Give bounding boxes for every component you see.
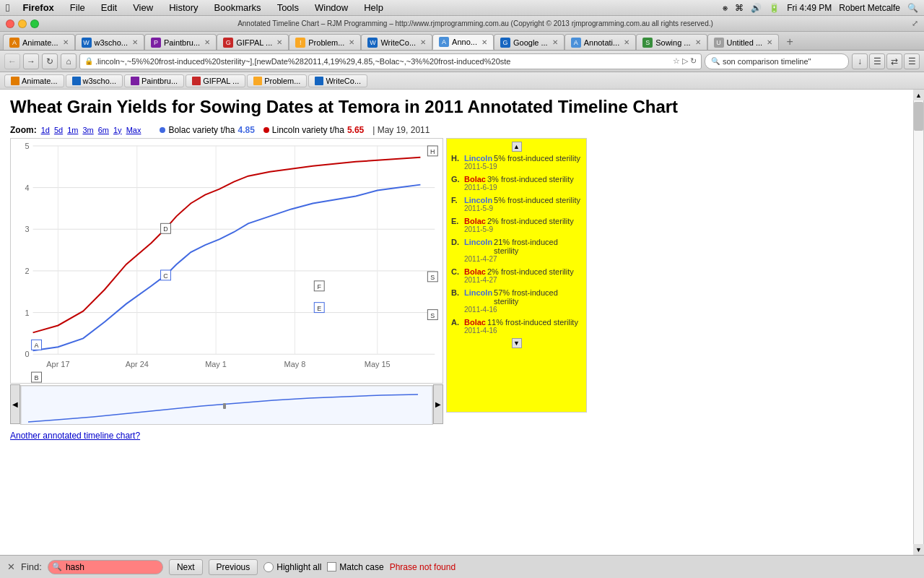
tab-sowing[interactable]: S Sowing ... ✕	[636, 34, 707, 50]
tab-writeco[interactable]: W WriteCo... ✕	[361, 34, 432, 50]
tab-annotati[interactable]: A Annotati... ✕	[565, 34, 637, 50]
bookmark-paintbru[interactable]: Paintbru...	[124, 74, 184, 87]
forward-button[interactable]: →	[23, 53, 39, 69]
menu-file[interactable]: File	[67, 2, 88, 13]
bookmark-animate[interactable]: Animate...	[4, 74, 64, 87]
svg-text:D: D	[163, 225, 168, 233]
tab-close-annotati[interactable]: ✕	[624, 38, 629, 46]
ann-date-b: 2011-4-16	[464, 306, 582, 314]
wifi-icon: ⌘	[735, 3, 744, 13]
zoom-button[interactable]: ⤢	[912, 19, 918, 28]
ann-date-g: 2011-6-19	[464, 184, 582, 191]
search-bar[interactable]: 🔍 son comparison timeline"	[705, 53, 849, 69]
menu-history[interactable]: History	[166, 2, 201, 13]
svg-text:E: E	[317, 304, 321, 311]
mini-chart-right-btn[interactable]: ▶	[433, 384, 443, 424]
zoom-5d[interactable]: 5d	[54, 126, 63, 134]
menu-view[interactable]: View	[130, 2, 156, 13]
volume-icon: 🔊	[751, 3, 762, 13]
zoom-3m[interactable]: 3m	[82, 126, 93, 134]
bookmarks-sidebar-button[interactable]: ☰	[869, 53, 885, 69]
tab-w3s[interactable]: W w3scho... ✕	[75, 34, 144, 50]
settings-button[interactable]: ☰	[904, 53, 920, 69]
scrollbar-track[interactable]	[914, 100, 923, 544]
tab-close-anno[interactable]: ✕	[481, 38, 487, 46]
tab-close-gifpal[interactable]: ✕	[276, 38, 282, 46]
menu-bookmarks[interactable]: Bookmarks	[212, 2, 264, 13]
bookmark-gifpal[interactable]: GIFPAL ...	[186, 74, 245, 87]
downloads-button[interactable]: ↓	[852, 53, 868, 69]
find-input[interactable]	[48, 560, 163, 574]
reload-button[interactable]: ↻	[42, 53, 58, 69]
zoom-1y[interactable]: 1y	[113, 126, 122, 134]
tab-favicon-untitled: U	[714, 38, 724, 48]
back-button[interactable]: ←	[4, 53, 20, 69]
zoom-max[interactable]: Max	[126, 126, 141, 134]
tab-close-google[interactable]: ✕	[552, 38, 558, 46]
scrollbar-down-btn[interactable]: ▼	[913, 544, 924, 555]
menu-window[interactable]: Window	[312, 2, 351, 13]
annotation-item-f: F. Lincoln 5% frost-induced sterility 20…	[451, 195, 582, 213]
ann-variety-e: Bolac	[464, 217, 486, 225]
tab-close-writeco[interactable]: ✕	[420, 38, 426, 46]
find-previous-button[interactable]: Previous	[209, 559, 258, 575]
svg-text:S: S	[430, 311, 435, 319]
main-chart[interactable]: 0 1 2 3 4 5 Apr 17 Apr 24 May 1 May 8 Ma…	[10, 138, 443, 384]
refresh-addr-icon[interactable]: ↻	[690, 56, 697, 66]
tab-paintbru[interactable]: P Paintbru... ✕	[144, 34, 217, 50]
match-case-checkbox[interactable]	[327, 562, 336, 571]
bookmark-writeco[interactable]: WriteCo...	[308, 74, 367, 87]
address-bar[interactable]: 🔒 .lincoln~,~5%%20frost-induced%20steril…	[79, 53, 702, 69]
tab-problem[interactable]: ! Problem... ✕	[289, 34, 361, 50]
mini-chart-left-btn[interactable]: ◀	[10, 384, 20, 424]
close-button[interactable]	[6, 20, 14, 28]
tab-google[interactable]: G Google ... ✕	[494, 34, 565, 50]
bookmark-w3s[interactable]: w3scho...	[66, 74, 123, 87]
search-menubar-icon[interactable]: 🔍	[907, 3, 918, 13]
tab-anno[interactable]: A Anno... ✕	[432, 34, 494, 50]
tab-close-problem[interactable]: ✕	[349, 38, 354, 46]
mini-chart[interactable]	[20, 385, 433, 425]
menu-tools[interactable]: Tools	[274, 2, 302, 13]
tab-close-untitled[interactable]: ✕	[767, 38, 772, 46]
tab-untitled[interactable]: U Untitled ... ✕	[707, 34, 780, 50]
svg-text:May 1: May 1	[205, 360, 227, 368]
bookmark-problem[interactable]: Problem...	[247, 74, 307, 87]
rss-icon[interactable]: ▷	[682, 56, 688, 66]
zoom-1m[interactable]: 1m	[67, 126, 78, 134]
tab-close-sowing[interactable]: ✕	[695, 38, 701, 46]
ann-label-f: F.	[451, 196, 463, 204]
tab-gifpal[interactable]: G GIFPAL ... ✕	[217, 34, 289, 50]
menu-edit[interactable]: Edit	[98, 2, 120, 13]
highlight-all-checkbox[interactable]	[263, 562, 274, 572]
scrollbar-thumb[interactable]	[914, 102, 923, 131]
tab-close-w3s[interactable]: ✕	[132, 38, 138, 46]
right-scrollbar[interactable]: ▲ ▼	[913, 90, 924, 555]
menu-help[interactable]: Help	[361, 2, 386, 13]
minimize-button[interactable]	[18, 20, 27, 28]
annotation-scroll-down[interactable]: ▼	[512, 338, 522, 348]
zoom-1d[interactable]: 1d	[41, 126, 50, 134]
new-tab-button[interactable]: +	[782, 34, 798, 50]
home-button[interactable]: ⌂	[61, 53, 77, 69]
find-bar: ✕ Find: 🔍 Next Previous Highlight all Ma…	[0, 555, 924, 578]
tab-favicon-writeco: W	[367, 38, 378, 48]
tab-label-writeco: WriteCo...	[380, 38, 416, 47]
tab-close-paintbru[interactable]: ✕	[204, 38, 210, 46]
find-close-button[interactable]: ✕	[7, 561, 15, 572]
zoom-6m[interactable]: 6m	[98, 126, 109, 134]
maximize-button[interactable]	[30, 20, 39, 28]
traffic-lights	[6, 20, 39, 28]
bookmark-label-paintbru: Paintbru...	[141, 77, 178, 85]
menu-firefox[interactable]: Firefox	[19, 2, 56, 13]
tab-close-animate[interactable]: ✕	[63, 38, 69, 46]
sync-button[interactable]: ⇄	[886, 53, 902, 69]
scrollbar-up-btn[interactable]: ▲	[913, 90, 924, 100]
another-chart-link[interactable]: Another annotated timeline chart?	[10, 431, 140, 441]
annotation-scroll-up[interactable]: ▲	[512, 142, 522, 152]
apple-menu[interactable]: 	[6, 1, 9, 14]
search-text: son comparison timeline"	[723, 57, 811, 66]
find-next-button[interactable]: Next	[169, 559, 203, 575]
bookmark-star-icon[interactable]: ☆	[673, 56, 680, 66]
tab-animate[interactable]: A Animate... ✕	[3, 34, 75, 50]
